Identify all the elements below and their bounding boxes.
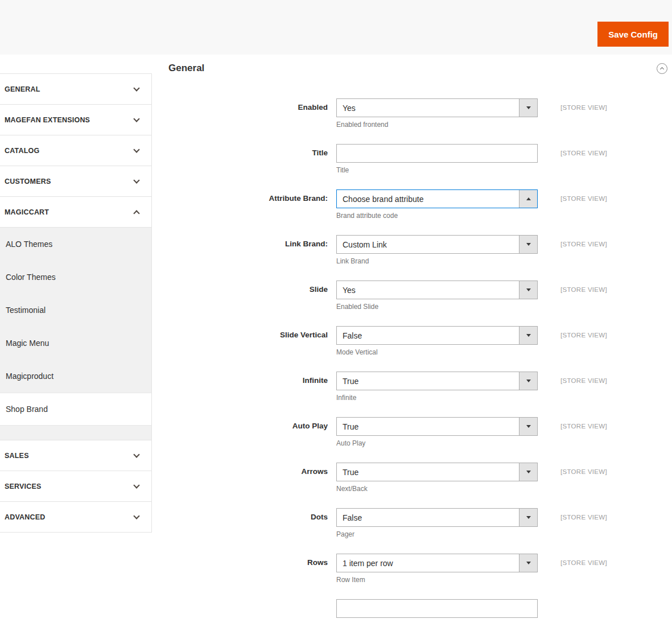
field-control-wrap: FalsePager xyxy=(336,508,538,538)
field-row-dots: DotsFalsePager[STORE VIEW] xyxy=(168,508,667,538)
sidebar-item-shop-brand[interactable]: Shop Brand xyxy=(0,393,151,426)
select-infinite[interactable]: True xyxy=(336,372,538,390)
select-arrows[interactable]: True xyxy=(336,463,538,481)
field-label-title: Title xyxy=(168,144,336,174)
field-label-enabled: Enabled xyxy=(168,98,336,129)
chevron-down-icon xyxy=(133,482,139,488)
sidebar-section-magefan-extensions[interactable]: MAGEFAN EXTENSIONS xyxy=(0,105,151,135)
sidebar-section-label: CATALOG xyxy=(5,147,39,155)
field-label-attribute-brand: Attribute Brand: xyxy=(168,189,336,220)
select-value: True xyxy=(337,418,519,435)
scope-label: [STORE VIEW] xyxy=(560,554,607,584)
select-rows[interactable]: 1 item per row xyxy=(336,554,538,572)
select-value: True xyxy=(337,372,519,390)
select-value: False xyxy=(337,327,519,344)
fields-container: EnabledYesEnabled frontend[STORE VIEW]Ti… xyxy=(168,98,667,618)
sidebar-section-advanced[interactable]: ADVANCED xyxy=(0,502,151,533)
select-slide-vertical[interactable]: False xyxy=(336,326,538,345)
sidebar-item-color-themes[interactable]: Color Themes xyxy=(0,261,151,294)
sidebar-section-services[interactable]: SERVICES xyxy=(0,471,151,502)
select-value: False xyxy=(337,509,519,526)
field-comment: Next/Back xyxy=(336,485,538,493)
sidebar-section-general[interactable]: GENERAL xyxy=(0,74,151,105)
sidebar-section-customers[interactable]: CUSTOMERS xyxy=(0,166,151,197)
scope-label: [STORE VIEW] xyxy=(560,326,607,356)
field-control-wrap: 1 item per rowRow Item xyxy=(336,554,538,584)
sidebar-section-magiccart[interactable]: MAGICCART xyxy=(0,197,151,228)
field-control-wrap: Custom LinkLink Brand xyxy=(336,235,538,265)
caret-down-icon xyxy=(526,425,531,428)
select-link-brand[interactable]: Custom Link xyxy=(336,235,538,254)
field-comment: Mode Vertical xyxy=(336,348,538,356)
field-comment: Enabled frontend xyxy=(336,121,538,129)
sidebar-submenu: ALO ThemesColor ThemesTestimonialMagic M… xyxy=(0,228,151,440)
caret-down-icon xyxy=(526,562,531,564)
dropdown-arrow[interactable] xyxy=(519,236,537,253)
field-comment: Row Item xyxy=(336,576,538,584)
dropdown-arrow[interactable] xyxy=(519,463,537,481)
field-row-link-brand: Link Brand:Custom LinkLink Brand[STORE V… xyxy=(168,235,667,265)
text-input-blank[interactable] xyxy=(336,599,538,618)
field-control-wrap: Title xyxy=(336,144,538,174)
dropdown-arrow[interactable] xyxy=(519,509,537,526)
select-enabled[interactable]: Yes xyxy=(336,98,538,117)
dropdown-arrow[interactable] xyxy=(519,281,537,299)
field-row-enabled: EnabledYesEnabled frontend[STORE VIEW] xyxy=(168,98,667,129)
field-comment: Link Brand xyxy=(336,257,538,265)
field-control-wrap: TrueNext/Back xyxy=(336,463,538,493)
field-comment: Auto Play xyxy=(336,439,538,447)
field-control-wrap: YesEnabled Slide xyxy=(336,281,538,311)
text-input-title[interactable] xyxy=(336,144,538,163)
sidebar-item-testimonial[interactable]: Testimonial xyxy=(0,294,151,327)
chevron-down-icon xyxy=(133,451,139,457)
field-control-wrap: FalseMode Vertical xyxy=(336,326,538,356)
select-value: True xyxy=(337,463,519,481)
select-dots[interactable]: False xyxy=(336,508,538,527)
caret-down-icon xyxy=(526,380,531,382)
field-comment: Enabled Slide xyxy=(336,303,538,311)
sidebar-submenu-spacer xyxy=(0,426,151,440)
select-value: Yes xyxy=(337,99,519,117)
caret-down-icon xyxy=(526,106,531,109)
field-label-slide: Slide xyxy=(168,281,336,311)
scope-label: [STORE VIEW] xyxy=(560,508,607,538)
dropdown-arrow[interactable] xyxy=(519,418,537,435)
field-control-wrap: TrueInfinite xyxy=(336,372,538,402)
select-slide[interactable]: Yes xyxy=(336,281,538,299)
scope-label: [STORE VIEW] xyxy=(560,98,607,129)
dropdown-arrow[interactable] xyxy=(519,372,537,390)
caret-down-icon xyxy=(526,243,531,246)
section-header: General xyxy=(168,63,667,74)
sidebar-section-sales[interactable]: SALES xyxy=(0,440,151,471)
collapse-section-button[interactable] xyxy=(657,63,667,74)
dropdown-arrow[interactable] xyxy=(519,327,537,344)
scope-label: [STORE VIEW] xyxy=(560,372,607,402)
field-control-wrap: Choose brand attributeBrand attribute co… xyxy=(336,189,538,220)
sidebar-section-label: GENERAL xyxy=(5,85,40,93)
chevron-down-icon xyxy=(133,513,139,519)
select-auto-play[interactable]: True xyxy=(336,417,538,436)
sidebar-section-catalog[interactable]: CATALOG xyxy=(0,135,151,166)
field-comment: Infinite xyxy=(336,394,538,402)
save-config-button[interactable]: Save Config xyxy=(597,22,669,47)
scope-label: [STORE VIEW] xyxy=(560,235,607,265)
scope-label: [STORE VIEW] xyxy=(560,281,607,311)
caret-up-icon xyxy=(526,197,531,200)
field-row-slide-vertical: Slide VerticalFalseMode Vertical[STORE V… xyxy=(168,326,667,356)
field-row-infinite: InfiniteTrueInfinite[STORE VIEW] xyxy=(168,372,667,402)
config-main: General EnabledYesEnabled frontend[STORE… xyxy=(152,55,672,631)
field-label-blank xyxy=(168,599,336,618)
sidebar-section-label: CUSTOMERS xyxy=(5,178,51,185)
field-comment: Pager xyxy=(336,530,538,538)
sidebar-item-magicproduct[interactable]: Magicproduct xyxy=(0,360,151,393)
sidebar-item-alo-themes[interactable]: ALO Themes xyxy=(0,228,151,261)
caret-down-icon xyxy=(526,288,531,291)
dropdown-arrow[interactable] xyxy=(519,190,537,208)
select-attribute-brand[interactable]: Choose brand attribute xyxy=(336,189,538,208)
chevron-up-icon xyxy=(133,210,139,216)
dropdown-arrow[interactable] xyxy=(519,99,537,117)
sidebar-item-magic-menu[interactable]: Magic Menu xyxy=(0,327,151,360)
field-row-arrows: ArrowsTrueNext/Back[STORE VIEW] xyxy=(168,463,667,493)
dropdown-arrow[interactable] xyxy=(519,554,537,572)
content-area: GENERALMAGEFAN EXTENSIONSCATALOGCUSTOMER… xyxy=(0,55,672,631)
